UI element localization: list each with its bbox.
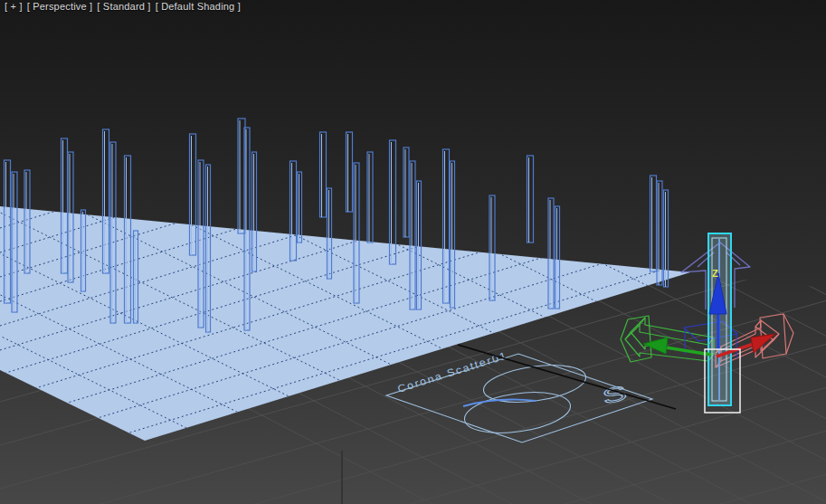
viewport-menu-shading[interactable]: [ Default Shading ]: [156, 1, 241, 12]
gizmo-z-label: Z: [712, 268, 718, 279]
viewport-canvas[interactable]: Corona Scatter01SZ: [0, 0, 826, 504]
viewport-menu-pov[interactable]: [ Perspective ]: [27, 1, 93, 12]
viewport[interactable]: Corona Scatter01SZ [ + ][ Perspective ][…: [0, 0, 826, 504]
viewport-menu-general[interactable]: [ + ]: [5, 1, 23, 12]
viewport-menu-renderer[interactable]: [ Standard ]: [97, 1, 150, 12]
viewport-label-bar: [ + ][ Perspective ][ Standard ][ Defaul…: [5, 1, 245, 12]
